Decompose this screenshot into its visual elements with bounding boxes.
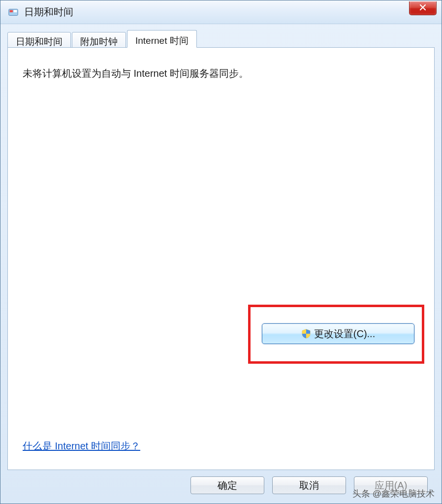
dialog-window: 日期和时间 日期和时间 附加时钟 Internet 时间 未将计算机设置为自动与… — [0, 0, 442, 504]
svg-rect-1 — [10, 10, 13, 12]
tab-internet-time[interactable]: Internet 时间 — [127, 30, 197, 48]
clock-icon — [7, 6, 19, 18]
tab-panel-internet-time: 未将计算机设置为自动与 Internet 时间服务器同步。 更改设置(C)...… — [7, 47, 435, 470]
sync-status-text: 未将计算机设置为自动与 Internet 时间服务器同步。 — [23, 65, 419, 81]
ok-button[interactable]: 确定 — [190, 476, 264, 494]
svg-rect-2 — [14, 10, 17, 12]
apply-button[interactable]: 应用(A) — [354, 476, 428, 494]
close-button[interactable] — [409, 1, 437, 15]
uac-shield-icon — [301, 329, 311, 339]
change-settings-label: 更改设置(C)... — [314, 327, 375, 341]
dialog-button-row: 确定 取消 应用(A) — [7, 470, 435, 497]
tab-additional-clocks[interactable]: 附加时钟 — [72, 32, 126, 48]
close-icon — [419, 3, 427, 13]
titlebar: 日期和时间 — [0, 0, 442, 24]
content-area: 日期和时间 附加时钟 Internet 时间 未将计算机设置为自动与 Inter… — [0, 24, 442, 504]
window-title: 日期和时间 — [24, 5, 73, 19]
change-settings-button[interactable]: 更改设置(C)... — [262, 323, 414, 344]
tab-row: 日期和时间 附加时钟 Internet 时间 — [7, 30, 435, 48]
tab-date-time[interactable]: 日期和时间 — [7, 32, 71, 48]
help-link-internet-time[interactable]: 什么是 Internet 时间同步？ — [23, 440, 140, 453]
cancel-button[interactable]: 取消 — [272, 476, 346, 494]
